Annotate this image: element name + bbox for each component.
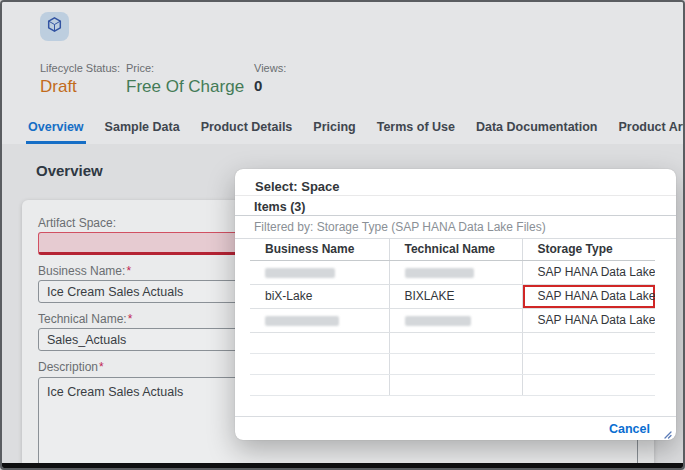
technical-name-cell [389,260,522,284]
cancel-button[interactable]: Cancel [609,422,650,436]
business-name-cell: biX-Lake [250,284,389,308]
filter-infobar[interactable]: Filtered by: Storage Type (SAP HANA Data… [235,216,676,239]
business-name-cell [250,308,389,332]
column-business-name: Business Name [250,239,389,260]
redacted-text [405,268,474,278]
space-row-2[interactable]: biX-Lake BIXLAKE SAP HANA Data Lake File… [250,284,655,308]
redacted-text [405,316,471,326]
items-toolbar: Items (3) [235,196,676,216]
spaces-table: Business Name Technical Name Storage Typ… [250,239,655,396]
space-row-3[interactable]: SAP HANA Data Lake Files [250,308,655,332]
dialog-title: Select: Space [255,179,340,194]
storage-type-cell: SAP HANA Data Lake Files [522,308,655,332]
select-space-dialog: Select: Space Items (3) Filtered by: Sto… [235,169,676,440]
table-header-row: Business Name Technical Name Storage Typ… [250,239,655,260]
storage-type-cell: SAP HANA Data Lake Files [522,260,655,284]
empty-table-row [250,332,655,353]
technical-name-cell: BIXLAKE [389,284,522,308]
empty-table-row [250,374,655,395]
column-storage-type: Storage Type [522,239,655,260]
storage-type-cell-highlighted: SAP HANA Data Lake Files [522,284,655,308]
dialog-footer: Cancel [235,416,676,440]
empty-table-row [250,353,655,374]
app-window: Lifecycle Status: Draft Price: Free Of C… [0,0,685,470]
resize-handle-icon[interactable] [661,425,672,436]
window-bottom-bar [2,463,683,468]
dialog-header: Select: Space [235,169,676,196]
column-technical-name: Technical Name [389,239,522,260]
business-name-cell [250,260,389,284]
redacted-text [265,316,339,326]
technical-name-cell [389,308,522,332]
items-count: Items (3) [254,200,305,214]
space-row-1[interactable]: SAP HANA Data Lake Files [250,260,655,284]
redacted-text [265,268,335,278]
